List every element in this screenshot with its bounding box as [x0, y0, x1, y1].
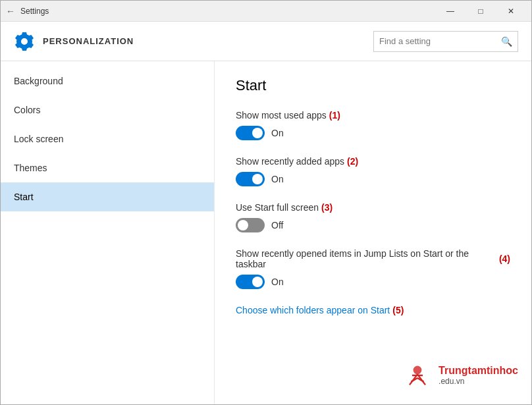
toggle-thumb-4 — [252, 277, 263, 287]
minimize-button[interactable]: — — [435, 1, 466, 22]
content: Start Show most used apps (1) On — [215, 61, 531, 347]
toggle-thumb-1 — [252, 128, 263, 138]
toggle-track-2 — [236, 172, 265, 186]
toggle-thumb-2 — [252, 174, 263, 184]
search-icon: 🔍 — [501, 36, 512, 47]
choose-folders-link[interactable]: Choose which folders appear on Start (5) — [236, 305, 510, 315]
sidebar-item-themes[interactable]: Themes — [1, 153, 214, 182]
title-bar-left: ← Settings — [6, 6, 435, 16]
setting-control-3: Off — [236, 218, 510, 232]
content-area: Start Show most used apps (1) On — [215, 61, 531, 404]
setting-control-1: On — [236, 126, 510, 140]
svg-point-0 — [413, 366, 422, 375]
setting-label-2: Show recently added apps (2) — [236, 156, 510, 167]
watermark-text: Trungtamtinhoc .edu.vn — [439, 364, 518, 387]
sidebar-item-label: Lock screen — [14, 134, 63, 144]
setting-label-3: Use Start full screen (3) — [236, 202, 510, 213]
toggle-track-3 — [236, 218, 265, 232]
setting-choose-folders: Choose which folders appear on Start (5) — [236, 305, 510, 315]
setting-show-recently-added: Show recently added apps (2) On — [236, 156, 510, 186]
toggle-value-2: On — [271, 174, 284, 184]
watermark-domain: .edu.vn — [439, 377, 518, 386]
sidebar-item-colors[interactable]: Colors — [1, 95, 214, 124]
title-bar: ← Settings — □ ✕ — [1, 1, 531, 22]
toggle-thumb-3 — [238, 220, 248, 230]
setting-show-recently-opened: Show recently opened items in Jump Lists… — [236, 248, 510, 289]
back-button[interactable]: ← — [6, 6, 15, 16]
setting-label-1: Show most used apps (1) — [236, 110, 510, 121]
title-bar-controls: — □ ✕ — [435, 1, 526, 22]
search-box[interactable]: 🔍 — [373, 31, 518, 52]
sidebar-item-background[interactable]: Background — [1, 67, 214, 95]
setting-show-most-used: Show most used apps (1) On — [236, 110, 510, 140]
toggle-value-3: Off — [271, 220, 283, 230]
sidebar-item-label: Start — [14, 192, 34, 202]
app-header: PERSONALIZATION 🔍 — [1, 22, 531, 61]
toggle-track-1 — [236, 126, 265, 140]
app-header-title: PERSONALIZATION — [43, 36, 373, 46]
sidebar-item-label: Colors — [14, 105, 40, 115]
setting-control-2: On — [236, 172, 510, 186]
toggle-show-recently-added[interactable] — [236, 172, 265, 186]
sidebar-item-label: Themes — [14, 163, 47, 173]
title-bar-title: Settings — [20, 7, 49, 16]
maximize-button[interactable]: □ — [466, 1, 496, 22]
gear-icon — [14, 31, 35, 52]
sidebar-item-label: Background — [14, 76, 63, 86]
toggle-value-4: On — [271, 277, 284, 287]
toggle-value-1: On — [271, 128, 284, 138]
toggle-track-4 — [236, 275, 265, 289]
setting-control-4: On — [236, 275, 510, 289]
close-button[interactable]: ✕ — [496, 1, 526, 22]
app-container: PERSONALIZATION 🔍 Background Colors Lock… — [1, 22, 531, 404]
setting-label-4: Show recently opened items in Jump Lists… — [236, 248, 510, 269]
search-input[interactable] — [379, 36, 501, 46]
watermark: Trungtamtinhoc .edu.vn — [402, 360, 518, 391]
sidebar: Background Colors Lock screen Themes Sta… — [1, 61, 215, 404]
watermark-name: Trungtamtinhoc — [439, 364, 518, 377]
toggle-use-start-full-screen[interactable] — [236, 218, 265, 232]
watermark-icon — [402, 360, 433, 391]
sidebar-item-lock-screen[interactable]: Lock screen — [1, 124, 214, 153]
page-title: Start — [236, 77, 510, 94]
setting-use-start-full-screen: Use Start full screen (3) Off — [236, 202, 510, 232]
main-layout: Background Colors Lock screen Themes Sta… — [1, 61, 531, 404]
sidebar-item-start[interactable]: Start — [1, 182, 214, 211]
toggle-show-recently-opened[interactable] — [236, 275, 265, 289]
toggle-show-most-used[interactable] — [236, 126, 265, 140]
